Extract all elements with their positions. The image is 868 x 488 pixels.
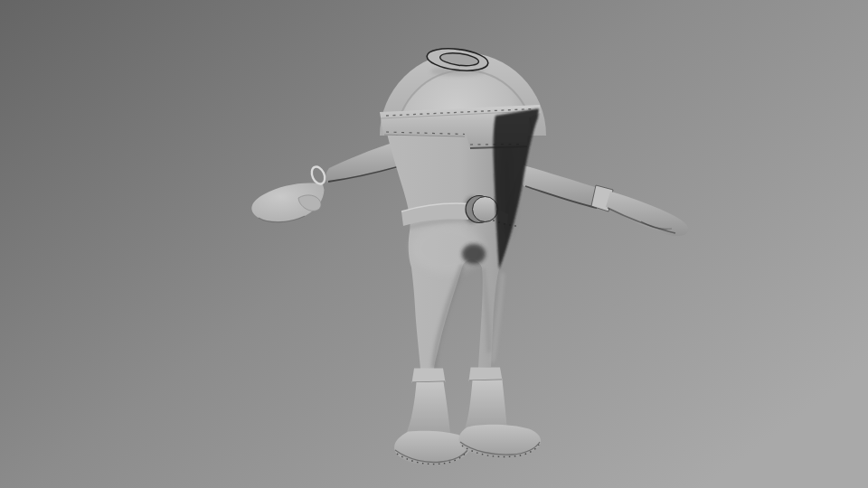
right-boot-cuff bbox=[469, 368, 503, 381]
belt-buckle bbox=[473, 197, 498, 222]
left-boot-cuff bbox=[412, 369, 446, 383]
character-render bbox=[0, 0, 868, 488]
crotch-shadow bbox=[462, 244, 486, 264]
render-viewport bbox=[0, 0, 868, 488]
